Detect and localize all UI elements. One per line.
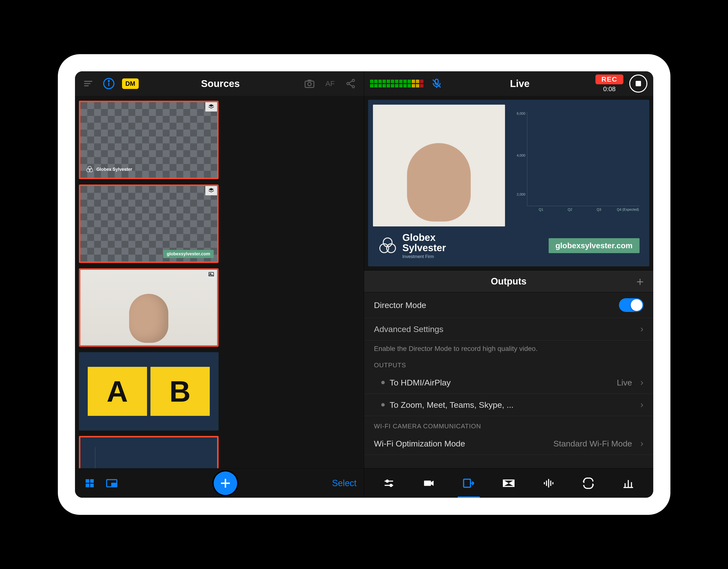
svg-point-34 [386,480,389,482]
svg-rect-21 [90,479,94,483]
live-column: Live REC 0:08 6,000 4,000 [364,71,653,498]
autofocus-icon[interactable]: AF [323,76,337,91]
live-chart-tile: 6,000 4,000 2,000 Q1Q2Q3Q4 (Expected) [512,105,644,226]
svg-point-36 [390,484,392,486]
svg-rect-37 [424,481,431,486]
brand-line3: Investment Firm [402,254,446,259]
overlay-url-pill: globexsylvester.com [163,250,213,258]
chart-thumbnail: Q1Q2Q3Q4 (Expected) [80,437,217,468]
section-outputs-title: OUTPUTS [364,355,653,371]
row-director-mode[interactable]: Director Mode [364,292,653,318]
grid-view-icon[interactable] [82,476,97,491]
brand-line2: Sylvester [402,243,446,253]
hdmi-value: Live [617,378,632,387]
source-thumb-chart[interactable]: Q1Q2Q3Q4 (Expected) [79,436,219,468]
live-title: Live [510,78,530,89]
svg-line-12 [349,84,353,86]
svg-rect-38 [464,479,470,487]
status-dot [381,403,385,407]
svg-point-7 [308,82,311,86]
section-wifi-title: WI-FI CAMERA COMMUNICATION [364,416,653,433]
brand-line1: Globex [402,232,446,243]
live-lower-third: Globex Sylvester Investment Firm globexs… [368,229,649,266]
tab-sliders-icon[interactable] [380,475,397,492]
wifi-mode-value: Standard Wi-Fi Mode [553,439,632,448]
sources-column: DM Sources AF [75,71,364,498]
tab-stats-icon[interactable] [620,475,637,492]
sources-topbar: DM Sources AF [75,71,364,96]
dm-badge[interactable]: DM [122,78,139,89]
layers-icon [205,186,217,195]
source-thumb-ab[interactable]: A B [79,352,219,431]
source-thumb-camera-presenter[interactable] [79,268,219,347]
audio-meter [370,80,423,87]
row-wifi-optimization[interactable]: Wi-Fi Optimization Mode Standard Wi-Fi M… [364,433,653,455]
menu-icon[interactable] [81,76,96,91]
row-advanced-settings[interactable]: Advanced Settings › [364,318,653,340]
app-screen: DM Sources AF [75,71,653,498]
outputs-header: Outputs ＋ [364,270,653,292]
svg-line-11 [349,81,353,83]
layers-icon [205,102,217,111]
overlay-brand-logo: Globex Sylvester [85,165,132,174]
share-icon[interactable] [343,76,358,91]
add-output-button[interactable]: ＋ [634,273,646,289]
tab-transition-icon[interactable] [500,475,517,492]
select-button[interactable]: Select [332,478,357,488]
mic-muted-icon[interactable] [429,76,444,91]
tab-video-icon[interactable] [420,475,437,492]
info-icon[interactable] [101,76,116,91]
image-icon [205,270,217,279]
sources-bottombar: Select [75,468,364,498]
source-thumb-overlay-url[interactable]: globexsylvester.com [79,185,219,263]
chevron-right-icon: › [641,377,643,388]
live-topbar: Live REC 0:08 [364,71,653,96]
row-hdmi-airplay[interactable]: To HDMI/AirPlay Live › [364,371,653,394]
rec-timer: 0:08 [603,85,616,93]
svg-rect-22 [86,483,89,487]
chevron-right-icon: › [641,438,643,449]
director-mode-toggle[interactable] [619,298,643,312]
source-thumb-overlay-logo[interactable]: Globex Sylvester [79,101,219,179]
sources-title: Sources [201,78,240,89]
status-dot [381,381,385,384]
tab-output-icon[interactable] [460,475,477,492]
live-camera-tile [373,105,505,226]
svg-rect-20 [86,479,89,483]
camera-icon[interactable] [302,76,317,91]
svg-point-5 [108,81,109,82]
brand-url: globexsylvester.com [549,238,640,253]
tab-loop-icon[interactable] [580,475,597,492]
svg-rect-25 [112,483,116,486]
outputs-panel: Outputs ＋ Director Mode Advanced Setting… [364,270,653,468]
sources-grid: Globex Sylvester globexsylvester.com [75,96,364,468]
ab-box-b: B [150,367,210,416]
director-mode-helper: Enable the Director Mode to record high … [364,340,653,355]
live-bottombar [364,468,653,498]
stop-record-button[interactable] [629,74,647,93]
live-preview[interactable]: 6,000 4,000 2,000 Q1Q2Q3Q4 (Expected) Gl… [368,100,649,266]
row-zoom-etc[interactable]: To Zoom, Meet, Teams, Skype, ... › [364,394,653,416]
chevron-right-icon: › [641,400,643,410]
ab-box-a: A [88,367,147,416]
tablet-frame: DM Sources AF [58,54,670,515]
chevron-right-icon: › [641,324,643,334]
tab-audio-icon[interactable] [540,475,557,492]
add-source-button[interactable] [214,471,237,495]
rec-badge: REC [595,74,623,84]
pip-view-icon[interactable] [104,476,119,491]
svg-rect-23 [90,483,94,487]
